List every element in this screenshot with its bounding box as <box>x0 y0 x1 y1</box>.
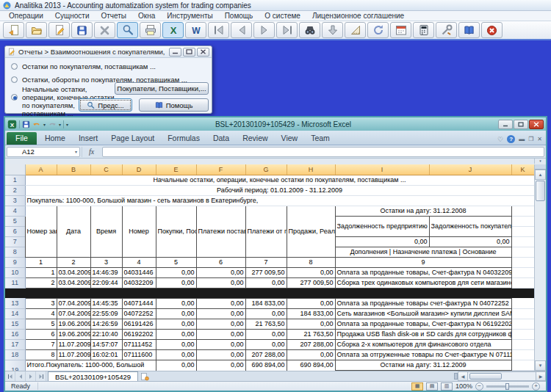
cell[interactable] <box>156 370 196 371</box>
cell[interactable]: 14:45:35 <box>90 298 122 308</box>
row-header[interactable]: 18 <box>5 349 25 360</box>
scroll-right-icon[interactable]: ▶ <box>536 371 546 381</box>
column-header-A[interactable]: A <box>25 164 57 175</box>
cell[interactable]: Задолженность предприятию <box>335 216 429 236</box>
cell[interactable]: 04072252 <box>122 308 156 319</box>
cell[interactable] <box>511 319 534 329</box>
zoom-in-button[interactable]: + <box>532 382 540 391</box>
nav-prev-button[interactable] <box>231 22 252 38</box>
close-red-button[interactable] <box>481 22 503 38</box>
cell[interactable]: Задолженность предприятию <box>335 370 429 371</box>
menu-item-2[interactable]: Отчеты <box>95 12 132 20</box>
cell[interactable]: Задолженность покупателю, поставщику <box>429 216 511 236</box>
cell[interactable] <box>511 267 534 277</box>
cell[interactable]: 2 <box>57 257 90 267</box>
cell[interactable]: Платежи поставщикам <box>196 206 245 257</box>
cell[interactable] <box>196 370 245 371</box>
download-button[interactable] <box>322 22 343 38</box>
scroll-down-icon[interactable]: ▼ <box>535 360 546 371</box>
cell[interactable]: 0,00 <box>196 339 245 349</box>
ribbon-tab-formulas[interactable]: Formulas <box>161 132 206 145</box>
print-button[interactable] <box>140 22 161 38</box>
cell[interactable]: Оплата за проданные товары, Счет-фактура… <box>335 267 511 277</box>
cell[interactable]: 0,00 <box>287 319 335 329</box>
cell[interactable]: 0,00 <box>196 319 245 329</box>
column-header-B[interactable]: B <box>57 164 90 175</box>
cell[interactable]: 0,00 <box>196 349 245 360</box>
column-header-I[interactable]: I <box>335 164 429 175</box>
view-normal-button[interactable]: ▦ <box>411 382 423 391</box>
export-word-button[interactable]: W <box>185 22 206 38</box>
cell[interactable]: 6 <box>196 257 245 267</box>
cell[interactable] <box>511 349 534 360</box>
cell[interactable]: 7 <box>245 257 287 267</box>
tools-button[interactable] <box>436 22 457 38</box>
cell[interactable]: Оплата за проданные товары счет-фактура … <box>335 298 511 308</box>
menu-item-7[interactable]: Лицензионное соглашение <box>306 12 410 20</box>
undo-icon[interactable] <box>32 120 41 128</box>
cell[interactable]: 22:55:09 <box>90 308 122 319</box>
cell[interactable]: Номер <box>122 206 156 257</box>
cell[interactable]: 14:46:39 <box>90 267 122 277</box>
cell[interactable]: 0,00 <box>156 319 196 329</box>
cell[interactable]: 03.04.2009 <box>57 267 90 277</box>
cell[interactable] <box>287 370 335 371</box>
cell[interactable]: 7 <box>25 339 57 349</box>
excel-titlebar[interactable]: X ▾ ▾ ▾ BSL+20130109+105429 - Microsoft … <box>5 117 546 131</box>
row-header[interactable]: 15 <box>5 319 25 329</box>
cell[interactable]: 207 288,00 <box>287 339 335 349</box>
help-book-button[interactable] <box>458 22 480 38</box>
scroll-up-icon[interactable]: ▲ <box>535 170 546 180</box>
cell[interactable]: 19.06.2009 <box>57 319 90 329</box>
row-header[interactable]: 2 <box>5 185 25 195</box>
row-header[interactable]: 7 <box>5 236 25 247</box>
row-header[interactable]: 9 <box>5 257 25 267</box>
vertical-scrollbar[interactable]: ▲ ▼ <box>534 164 546 371</box>
ribbon-tab-page-layout[interactable]: Page Layout <box>104 132 161 145</box>
workbook-restore-icon[interactable]: ❐ <box>528 136 533 142</box>
save-button[interactable] <box>71 22 93 38</box>
cell[interactable]: Покупатель: 1100-000, Большой магазин - … <box>25 195 534 206</box>
dialog-close-button[interactable] <box>197 48 209 57</box>
cell[interactable]: 2 <box>25 277 57 288</box>
row-header[interactable]: 16 <box>5 329 25 339</box>
scrollbar-split-handle[interactable] <box>535 164 546 170</box>
cell[interactable]: 0,00 <box>156 298 196 308</box>
insert-function-button[interactable]: fx <box>82 147 101 157</box>
excel-restore-button[interactable] <box>514 120 528 129</box>
ruler-button[interactable] <box>345 22 366 38</box>
cell[interactable]: 0,00 <box>196 360 245 370</box>
nav-first-button[interactable] <box>208 22 229 38</box>
workbook-close-icon[interactable]: ✕ <box>537 136 542 142</box>
horizontal-scrollbar-thumb[interactable] <box>469 373 502 380</box>
cell[interactable]: Начальные остатки, операции, конечные ос… <box>25 175 534 185</box>
select-all-corner[interactable] <box>5 164 25 175</box>
cell[interactable]: 04032209 <box>122 277 156 288</box>
cell[interactable]: Оплата за отгруженные товары по Счет-фак… <box>335 349 511 360</box>
sheet-tab[interactable]: BSL+20130109+105429 <box>48 371 138 381</box>
cell[interactable]: 0,00 <box>196 298 245 308</box>
cell[interactable]: 0,00 <box>245 339 287 349</box>
cell[interactable] <box>511 298 534 308</box>
cell[interactable]: Сборка трех одинаковых компьютеров для с… <box>335 277 511 288</box>
cell[interactable]: 0,00 <box>429 236 511 247</box>
cell[interactable]: 3 <box>25 298 57 308</box>
cell[interactable] <box>511 308 534 319</box>
new-document-button[interactable] <box>3 22 24 38</box>
scrollbar-track[interactable] <box>535 202 546 360</box>
cell[interactable]: Дополнения | Назначение платежа | Основа… <box>335 247 511 257</box>
menu-item-3[interactable]: Окна <box>132 12 161 20</box>
row-header[interactable]: 8 <box>5 247 25 257</box>
cell[interactable] <box>511 339 534 349</box>
cell[interactable]: 04071444 <box>122 298 156 308</box>
horizontal-scrollbar[interactable] <box>468 371 536 381</box>
zoom-out-button[interactable]: − <box>475 382 483 391</box>
radio-option-balances[interactable]: Остатки по покупателям, поставщикам ... <box>11 62 156 70</box>
excel-logo-icon[interactable]: X <box>7 120 17 129</box>
cell[interactable]: 6 <box>25 329 57 339</box>
row-header[interactable]: 1 <box>5 175 25 185</box>
column-header-K[interactable]: K <box>511 164 534 175</box>
delete-button[interactable] <box>94 22 115 38</box>
cell[interactable]: Продажи, Реализация <box>287 206 335 257</box>
row-header[interactable]: 14 <box>5 308 25 319</box>
